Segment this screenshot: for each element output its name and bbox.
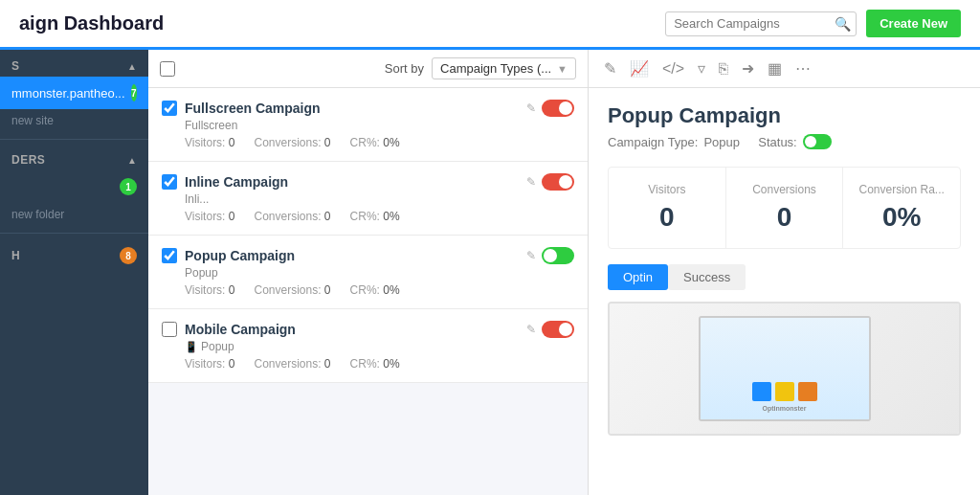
campaign-1-checkbox[interactable] (162, 101, 177, 116)
campaign-4-toggle[interactable] (542, 321, 574, 338)
sidebar-section-sites[interactable]: s ▲ (0, 50, 148, 77)
campaign-1-edit-icon[interactable]: ✎ (526, 101, 536, 115)
detail-stat-cr: Conversion Ra... 0% (843, 168, 960, 248)
preview-block-yellow (775, 382, 794, 401)
detail-stat-cr-label: Conversion Ra... (857, 183, 947, 196)
page-title: aign Dashboard (19, 12, 164, 34)
campaign-1-name: Fullscreen Campaign (185, 101, 519, 116)
campaign-2-name: Inline Campaign (185, 174, 519, 190)
campaign-3-actions: ✎ (526, 247, 574, 264)
campaign-3-edit-icon[interactable]: ✎ (526, 249, 536, 262)
chevron-up-icon: ▲ (127, 61, 137, 72)
top-bar-right: 🔍 Create New (665, 10, 961, 37)
detail-preview: Optinmonster (608, 302, 961, 436)
campaign-2-toggle[interactable] (542, 173, 574, 191)
campaign-1-actions: ✎ (526, 100, 574, 117)
detail-stat-conversions-value: 0 (740, 202, 830, 233)
preview-block-orange (798, 382, 817, 401)
campaign-4-edit-icon[interactable]: ✎ (526, 323, 536, 336)
campaign-2-visitors: Visitors: 0 (185, 210, 234, 223)
sort-label: Sort by (385, 61, 424, 76)
detail-stat-conversions: Conversions 0 (726, 168, 844, 248)
campaign-4-stats: Visitors: 0 Conversions: 0 CR%: 0% (185, 357, 574, 371)
search-box[interactable]: 🔍 (665, 11, 857, 36)
status-toggle[interactable] (803, 134, 832, 149)
list-toolbar: Sort by Campaign Types (... ▼ (148, 50, 588, 88)
sidebar-new-folder-link[interactable]: new folder (0, 203, 148, 229)
search-input[interactable] (674, 16, 835, 31)
campaign-4-conversions: Conversions: 0 (254, 357, 330, 371)
campaign-1-stats: Visitors: 0 Conversions: 0 CR%: 0% (185, 136, 574, 149)
preview-desktop: Optinmonster (699, 316, 871, 421)
sidebar-item-folder1-badge: 1 (120, 178, 137, 195)
copy-icon[interactable]: ⎘ (719, 60, 728, 78)
campaign-2-stats: Visitors: 0 Conversions: 0 CR%: 0% (185, 210, 574, 223)
main-content: Sort by Campaign Types (... ▼ Fullscreen… (148, 50, 980, 495)
campaign-2-edit-icon[interactable]: ✎ (526, 175, 536, 189)
chevron-up-icon-2: ▲ (127, 155, 137, 166)
sidebar-section-folders[interactable]: ders ▲ (0, 144, 148, 170)
share-icon[interactable]: ➜ (742, 59, 754, 78)
preview-blocks (752, 382, 817, 401)
campaign-2-cr: CR%: 0% (350, 210, 400, 223)
sidebar-divider-1 (0, 139, 148, 140)
campaign-3-name: Popup Campaign (185, 248, 519, 263)
detail-stat-visitors-label: Visitors (622, 183, 712, 196)
campaign-3-checkbox[interactable] (162, 248, 177, 263)
sidebar-item-folder1[interactable]: 1 (0, 170, 148, 203)
campaign-2-conversions: Conversions: 0 (254, 210, 330, 223)
code-icon[interactable]: </> (662, 60, 684, 78)
detail-stat-visitors-value: 0 (622, 202, 712, 233)
create-new-button[interactable]: Create New (866, 10, 961, 37)
detail-tabs: Optin Success (608, 264, 961, 290)
campaign-4-type: 📱Popup (185, 340, 574, 353)
sort-dropdown[interactable]: Campaign Types (... ▼ (432, 57, 576, 79)
campaign-1-visitors: Visitors: 0 (185, 136, 234, 149)
campaign-item-3-header: Popup Campaign ✎ (162, 247, 574, 264)
campaign-3-visitors: Visitors: 0 (185, 283, 234, 297)
filter-icon[interactable]: ▿ (698, 59, 705, 78)
more-icon[interactable]: ⋯ (795, 59, 811, 78)
campaign-4-actions: ✎ (526, 321, 574, 338)
detail-meta: Campaign Type: Popup Status: (608, 134, 961, 149)
campaign-type-value: Popup (703, 135, 740, 149)
campaign-items-list: Fullscreen Campaign ✎ Fullscreen Visitor… (148, 88, 588, 495)
preview-block-blue (752, 382, 771, 401)
campaign-1-toggle[interactable] (542, 100, 574, 117)
sidebar-item-folder1-label (11, 180, 15, 194)
campaign-4-visitors: Visitors: 0 (185, 357, 234, 371)
sidebar-item-site1[interactable]: mmonster.pantheo... 7 (0, 77, 148, 109)
tab-success[interactable]: Success (668, 264, 746, 290)
sidebar-divider-2 (0, 233, 148, 234)
sidebar-section-trash-label: h (11, 249, 20, 262)
campaign-type-label: Campaign Type: (608, 135, 698, 149)
sidebar-section-trash[interactable]: h 8 (0, 237, 148, 268)
grid-icon[interactable]: ▦ (768, 59, 782, 78)
sidebar: s ▲ mmonster.pantheo... 7 new site ders … (0, 50, 148, 495)
sidebar-new-site-link[interactable]: new site (0, 109, 148, 135)
campaign-2-checkbox[interactable] (162, 174, 177, 190)
campaign-3-toggle[interactable] (542, 247, 574, 264)
campaign-item-3: Popup Campaign ✎ Popup Visitors: 0 Conve… (148, 236, 588, 309)
preview-mockup: Optinmonster (610, 304, 959, 434)
campaign-3-conversions: Conversions: 0 (254, 283, 330, 297)
tab-optin[interactable]: Optin (608, 264, 668, 290)
sidebar-section-trash-badge: 8 (120, 247, 137, 264)
analytics-icon[interactable]: 📈 (630, 59, 649, 78)
edit-campaign-icon[interactable]: ✎ (604, 59, 616, 78)
campaign-item-2-header: Inline Campaign ✎ (162, 173, 574, 191)
search-icon[interactable]: 🔍 (835, 16, 851, 32)
campaign-3-cr: CR%: 0% (350, 283, 400, 297)
detail-campaign-title: Popup Campaign (608, 103, 961, 128)
campaign-2-type: Inli... (185, 192, 574, 206)
campaign-2-actions: ✎ (526, 173, 574, 191)
campaign-1-conversions: Conversions: 0 (254, 136, 330, 149)
campaign-4-cr: CR%: 0% (350, 357, 400, 371)
campaign-3-type: Popup (185, 266, 574, 280)
select-all-checkbox[interactable] (160, 61, 175, 77)
campaign-4-checkbox[interactable] (162, 322, 177, 337)
campaign-item-4-header: Mobile Campaign ✎ (162, 321, 574, 338)
sidebar-item-site1-label: mmonster.pantheo... (11, 86, 125, 101)
campaign-1-cr: CR%: 0% (350, 136, 400, 149)
top-bar: aign Dashboard 🔍 Create New (0, 0, 980, 50)
